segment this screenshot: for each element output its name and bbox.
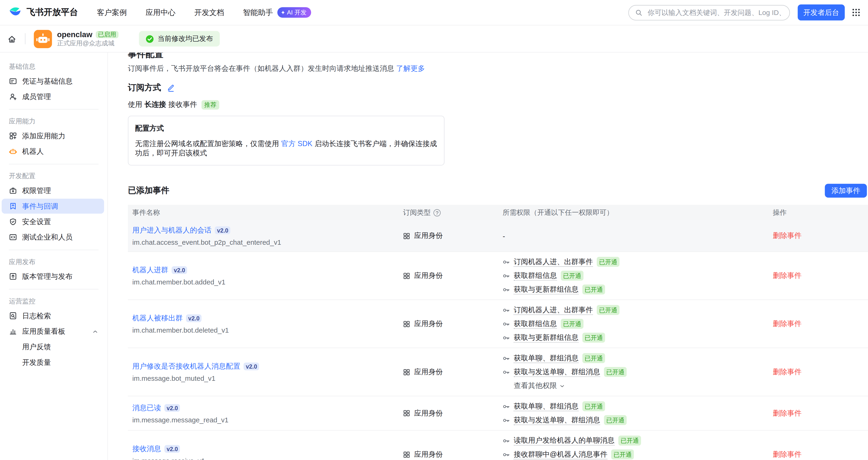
sidebar-item-events-callbacks[interactable]: 事件与回调 xyxy=(2,199,104,214)
nav-links: 客户案例 应用中心 开发文档 智能助手 xyxy=(97,7,273,18)
nav-link-app-center[interactable]: 应用中心 xyxy=(146,7,176,18)
permission-name[interactable]: 获取群组信息 xyxy=(514,271,557,280)
sidebar-item-test-org[interactable]: 测试企业和人员 xyxy=(2,230,104,245)
official-sdk-link[interactable]: 官方 SDK xyxy=(281,140,312,148)
sidebar-item-label: 安全设置 xyxy=(22,217,51,227)
sidebar-item-permissions[interactable]: 权限管理 xyxy=(2,183,104,198)
sidebar-item-dev-quality[interactable]: 开发质量 xyxy=(2,355,104,370)
view-more-permissions[interactable]: 查看其他权限 xyxy=(514,381,760,391)
permission-name[interactable]: 读取用户发给机器人的单聊消息 xyxy=(514,436,615,445)
subscription-type-cell: 应用身份 xyxy=(399,367,498,377)
delete-event-link[interactable]: 删除事件 xyxy=(773,232,802,240)
subscription-type-cell: 应用身份 xyxy=(399,450,498,460)
event-name-link[interactable]: 用户进入与机器人的会话 xyxy=(132,225,212,235)
nav-link-cases[interactable]: 客户案例 xyxy=(97,7,127,18)
flag-plus-icon xyxy=(9,202,17,210)
brand-name: 飞书开放平台 xyxy=(27,6,78,18)
event-name-link[interactable]: 接收消息 xyxy=(132,444,161,454)
permission-name[interactable]: 获取与发送单聊、群组消息 xyxy=(514,416,600,425)
delete-event-link[interactable]: 删除事件 xyxy=(773,450,802,458)
version-badge: v2.0 xyxy=(164,445,180,453)
apps-grid-icon[interactable] xyxy=(852,8,860,17)
top-navigation-bar: 飞书开放平台 客户案例 应用中心 开发文档 智能助手 ✦ AI 开发 开发者后台 xyxy=(0,0,868,26)
developer-console-button[interactable]: 开发者后台 xyxy=(798,4,845,21)
actions-cell: 删除事件 xyxy=(764,319,868,329)
app-identity-icon xyxy=(403,320,410,328)
enabled-badge: 已开通 xyxy=(597,257,620,267)
nav-link-assistant[interactable]: 智能助手 xyxy=(243,7,273,18)
app-avatar-robot-icon[interactable] xyxy=(34,30,52,48)
event-name-cell: 接收消息v2.0 im.message.receive_v1 xyxy=(128,444,399,460)
page-description: 订阅事件后，飞书开放平台将会在事件（如机器人入群）发生时向请求地址推送消息 了解… xyxy=(128,64,868,73)
search-input[interactable] xyxy=(647,8,783,17)
event-code: im.chat.access_event.bot_p2p_chat_entere… xyxy=(132,239,394,246)
edit-pencil-icon[interactable] xyxy=(167,83,175,92)
upload-box-icon xyxy=(9,272,17,281)
sidebar-item-quality-dashboard[interactable]: 应用质量看板 xyxy=(2,324,104,339)
home-button[interactable] xyxy=(7,34,17,43)
sidebar: 基础信息 凭证与基础信息 成员管理 应用能力 添加应用能力 机器人 开发配置 xyxy=(0,53,108,460)
key-icon xyxy=(503,451,510,458)
permission-name[interactable]: 订阅机器人进、出群事件 xyxy=(514,257,593,267)
sidebar-item-label: 权限管理 xyxy=(22,186,51,196)
permission-name[interactable]: 获取单聊、群组消息 xyxy=(514,354,579,363)
subscription-type: 应用身份 xyxy=(414,450,443,460)
sidebar-item-log-search[interactable]: 日志检索 xyxy=(2,308,104,323)
app-name[interactable]: openclaw xyxy=(57,31,92,38)
permissions-cell: 订阅机器人进、出群事件已开通 获取群组信息已开通 获取与更新群组信息已开通 xyxy=(498,257,764,295)
delete-event-link[interactable]: 删除事件 xyxy=(773,319,802,328)
sidebar-item-add-capability[interactable]: 添加应用能力 xyxy=(2,128,104,143)
event-name-cell: 消息已读v2.0 im.message.message_read_v1 xyxy=(128,403,399,424)
key-icon xyxy=(503,320,510,328)
event-name-link[interactable]: 消息已读 xyxy=(132,403,161,413)
delete-event-link[interactable]: 删除事件 xyxy=(773,409,802,417)
enabled-badge: 已开通 xyxy=(561,271,584,281)
help-question-icon[interactable]: ? xyxy=(433,209,441,216)
delete-event-link[interactable]: 删除事件 xyxy=(773,271,802,280)
config-card-title: 配置方式 xyxy=(135,123,437,133)
nav-link-docs[interactable]: 开发文档 xyxy=(194,7,224,18)
event-name-link[interactable]: 用户修改是否接收机器人消息配置 xyxy=(132,361,240,371)
actions-cell: 删除事件 xyxy=(764,367,868,377)
permission-name[interactable]: 获取与发送单聊、群组消息 xyxy=(514,367,600,376)
add-event-button[interactable]: 添加事件 xyxy=(825,184,867,197)
sidebar-section-release: 应用发布 xyxy=(0,255,107,269)
sidebar-item-user-feedback[interactable]: 用户反馈 xyxy=(2,339,104,354)
ai-dev-badge[interactable]: ✦ AI 开发 xyxy=(277,7,311,18)
permission-name[interactable]: 获取群组信息 xyxy=(514,319,557,329)
subscribe-mode-line: 使用 长连接 接收事件 推荐 xyxy=(128,99,868,110)
key-icon xyxy=(503,368,510,376)
content-area: 事件配置 订阅事件后，飞书开放平台将会在事件（如机器人入群）发生时向请求地址推送… xyxy=(108,53,868,460)
chevron-up-icon[interactable] xyxy=(92,328,98,335)
permission-name[interactable]: 接收群聊中@机器人消息事件 xyxy=(514,450,608,459)
enabled-badge: 已开通 xyxy=(611,450,634,460)
grid-plus-icon xyxy=(9,132,17,140)
sidebar-item-label: 用户反馈 xyxy=(22,342,51,352)
sidebar-item-label: 应用质量看板 xyxy=(22,326,65,336)
app-identity-icon xyxy=(403,272,410,279)
sidebar-item-credentials[interactable]: 凭证与基础信息 xyxy=(2,73,104,89)
permission-name[interactable]: 获取与更新群组信息 xyxy=(514,285,579,294)
permissions-cell: 订阅机器人进、出群事件已开通 获取群组信息已开通 获取与更新群组信息已开通 xyxy=(498,305,764,343)
key-icon xyxy=(503,258,510,266)
sidebar-divider xyxy=(9,109,99,110)
event-name-link[interactable]: 机器人进群 xyxy=(132,265,168,275)
delete-event-link[interactable]: 删除事件 xyxy=(773,367,802,376)
feishu-logo-icon xyxy=(8,5,22,20)
permission-name[interactable]: 订阅机器人进、出群事件 xyxy=(514,305,593,315)
sidebar-item-members[interactable]: 成员管理 xyxy=(2,89,104,104)
key-icon xyxy=(503,286,510,293)
permission-name[interactable]: 获取单聊、群组消息 xyxy=(514,402,579,411)
global-search[interactable] xyxy=(628,5,790,20)
event-code: im.chat.member.bot.deleted_v1 xyxy=(132,327,394,334)
table-header-row: 事件名称 订阅类型 ? 所需权限（开通以下任一权限即可） 操作 xyxy=(128,205,868,220)
robot-icon xyxy=(9,147,17,156)
app-meta: openclaw 已启用 正式应用@众志成城 xyxy=(57,31,118,47)
permission-name[interactable]: 获取与更新群组信息 xyxy=(514,333,579,342)
sidebar-item-version-release[interactable]: 版本管理与发布 xyxy=(2,269,104,284)
brand[interactable]: 飞书开放平台 xyxy=(8,5,78,20)
learn-more-link[interactable]: 了解更多 xyxy=(396,64,425,73)
event-name-link[interactable]: 机器人被移出群 xyxy=(132,313,183,323)
sidebar-item-bot[interactable]: 机器人 xyxy=(2,144,104,159)
sidebar-item-security[interactable]: 安全设置 xyxy=(2,214,104,229)
